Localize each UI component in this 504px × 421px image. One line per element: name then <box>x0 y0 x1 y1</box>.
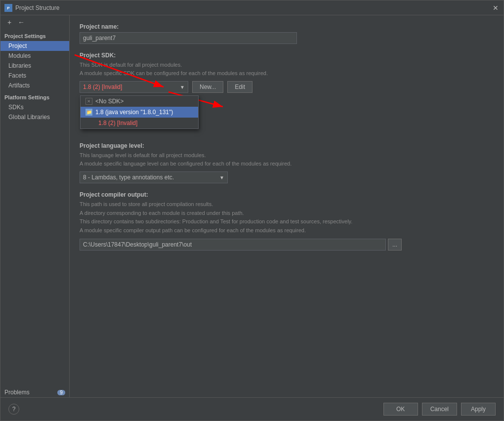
project-name-input[interactable] <box>80 32 297 44</box>
cancel-button[interactable]: Cancel <box>422 403 457 416</box>
sidebar-item-libraries[interactable]: Libraries <box>0 61 69 71</box>
sdk-desc1: This SDK is default for all project modu… <box>80 61 494 77</box>
problems-badge: 9 <box>57 390 65 395</box>
sdk-dropdown[interactable]: 1.8 (2) [Invalid] ▼ ✕ <No SDK> 📁 1.8 (ja… <box>80 81 188 93</box>
project-settings-label: Project Settings <box>0 31 69 41</box>
sdk-option-1.8-invalid[interactable]: 1.8 (2) [Invalid] <box>81 118 198 128</box>
compiler-output-label: Project compiler output: <box>80 191 494 198</box>
language-dropdown-arrow-icon: ▼ <box>219 175 224 180</box>
new-sdk-button[interactable]: New... <box>192 81 223 93</box>
close-button[interactable]: ✕ <box>492 4 500 12</box>
sdk-option-no-sdk[interactable]: ✕ <No SDK> <box>81 96 198 107</box>
sdk-section: Project SDK: This SDK is default for all… <box>80 52 494 183</box>
language-dropdown[interactable]: 8 - Lambdas, type annotations etc. ▼ <box>80 171 228 183</box>
language-level-value: 8 - Lambdas, type annotations etc. <box>83 174 174 181</box>
dialog-footer: ? OK Cancel Apply <box>0 397 504 421</box>
language-level-row: 8 - Lambdas, type annotations etc. ▼ <box>80 171 494 183</box>
problems-label: Problems <box>4 389 30 396</box>
language-level-section: Project language level: This language le… <box>80 142 494 183</box>
sdk-label: Project SDK: <box>80 52 494 59</box>
language-level-label: Project language level: <box>80 142 494 149</box>
add-button[interactable]: + <box>4 17 14 27</box>
sdk-option-1.8[interactable]: 📁 1.8 (java version "1.8.0_131") <box>81 107 198 118</box>
platform-settings-label: Platform Settings <box>0 90 69 102</box>
dialog-title: Project Structure <box>15 4 492 11</box>
sdk-dropdown-menu: ✕ <No SDK> 📁 1.8 (java version "1.8.0_13… <box>80 95 199 129</box>
sdk-selected-value: 1.8 (2) [Invalid] <box>83 84 122 90</box>
dialog-icon: P <box>4 4 12 12</box>
main-content: Project name: Project SDK: This SDK is d… <box>70 15 504 397</box>
browse-button[interactable]: ... <box>388 239 402 251</box>
sidebar-tools: + ← <box>0 15 69 29</box>
sidebar: + ← Project Settings Project Modules Lib… <box>0 15 70 397</box>
compiler-path-row: ... <box>80 239 494 251</box>
help-button[interactable]: ? <box>8 404 19 415</box>
sidebar-item-artifacts[interactable]: Artifacts <box>0 81 69 90</box>
sidebar-item-problems[interactable]: Problems 9 <box>0 387 69 397</box>
ok-button[interactable]: OK <box>383 403 418 416</box>
back-button[interactable]: ← <box>16 17 26 27</box>
no-sdk-icon: ✕ <box>85 98 92 105</box>
footer-buttons: OK Cancel Apply <box>383 403 496 416</box>
sidebar-item-global-libraries[interactable]: Global Libraries <box>0 112 69 122</box>
sidebar-item-project[interactable]: Project <box>0 41 69 51</box>
dialog-body: + ← Project Settings Project Modules Lib… <box>0 15 504 397</box>
sidebar-item-facets[interactable]: Facets <box>0 71 69 81</box>
compiler-section: Project compiler output: This path is us… <box>80 191 494 251</box>
apply-button[interactable]: Apply <box>461 403 496 416</box>
sidebar-item-sdks[interactable]: SDKs <box>0 102 69 112</box>
project-structure-dialog: P Project Structure ✕ + ← Project Settin… <box>0 0 504 421</box>
dropdown-arrow-icon: ▼ <box>180 84 185 90</box>
project-name-label: Project name: <box>80 23 494 30</box>
folder-icon: 📁 <box>85 109 92 116</box>
language-desc: This language level is default for all p… <box>80 151 494 168</box>
title-bar: P Project Structure ✕ <box>0 0 504 15</box>
compiler-desc: This path is used to store all project c… <box>80 200 494 235</box>
sidebar-item-modules[interactable]: Modules <box>0 51 69 61</box>
svg-text:P: P <box>7 6 10 10</box>
edit-sdk-button[interactable]: Edit <box>227 81 252 93</box>
compiler-path-input[interactable] <box>80 239 386 251</box>
sdk-row: 1.8 (2) [Invalid] ▼ ✕ <No SDK> 📁 1.8 (ja… <box>80 81 494 93</box>
